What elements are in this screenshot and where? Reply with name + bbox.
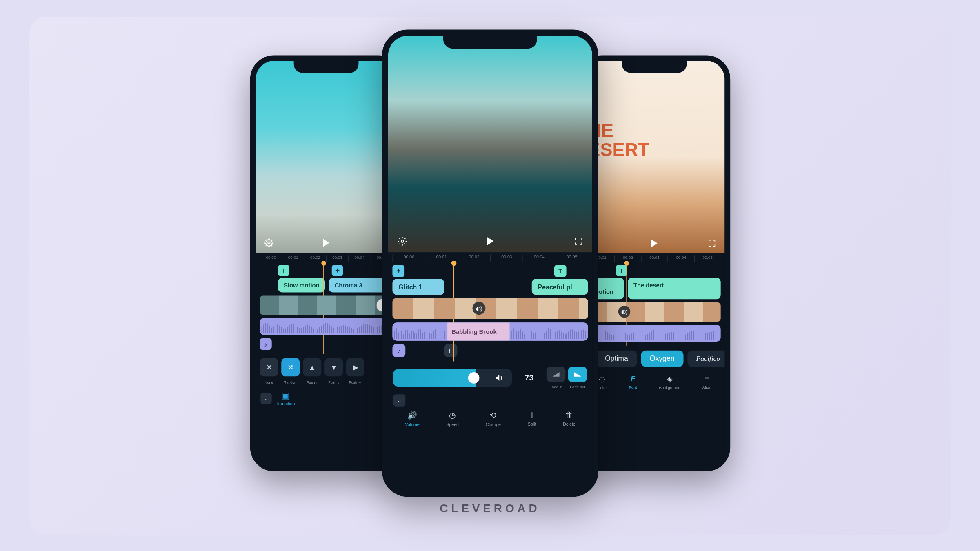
timeline-ruler: 00:0100:0200:0300:0400:05 — [584, 253, 724, 263]
timeline[interactable]: T w motion The desert ◐) — [584, 262, 724, 346]
clip-desert[interactable]: The desert — [628, 278, 720, 299]
clip-peaceful[interactable]: Peaceful pl — [531, 279, 588, 295]
play-icon[interactable] — [323, 239, 329, 247]
tool-font[interactable]: FFont — [629, 375, 637, 389]
play-icon[interactable] — [487, 237, 493, 245]
close-button[interactable]: ✕ — [260, 358, 278, 376]
label-push-left: Push ← — [346, 380, 364, 384]
speaker-icon — [494, 373, 504, 382]
text-layer-icon[interactable]: T — [554, 265, 566, 277]
tool-change[interactable]: ⟲Change — [485, 411, 500, 427]
video-thumbnail-track[interactable]: ⤭ — [260, 295, 392, 315]
background-icon: ◈ — [667, 375, 672, 384]
text-layer-icon[interactable]: T — [616, 265, 627, 276]
notch — [622, 61, 687, 73]
svg-point-1 — [401, 240, 403, 242]
audio-waveform-track[interactable] — [588, 325, 720, 342]
font-oxygen[interactable]: Oxygen — [641, 351, 683, 367]
music-track-icon[interactable]: ♪ — [260, 338, 271, 350]
fade-out-label: Fade out — [568, 385, 587, 389]
change-icon: ⟲ — [490, 411, 496, 420]
fade-out-button[interactable] — [568, 367, 587, 382]
phone-right-fonts: HE ESERT 00:0100:0200:0300:0400:05 — [578, 55, 730, 471]
effect-layer-icon[interactable]: ✦ — [392, 265, 404, 277]
timeline-ruler: 00:0000:0100:0200:0300:0400:05 — [388, 252, 592, 262]
fullscreen-icon[interactable] — [574, 237, 582, 245]
slider-knob[interactable] — [468, 372, 480, 384]
video-thumbnail-track[interactable]: ◐) — [588, 302, 720, 322]
video-preview[interactable] — [388, 36, 592, 252]
notch — [293, 61, 358, 73]
timeline[interactable]: ✦ T Glitch 1 Peaceful pl ◐) Babblin — [388, 262, 592, 362]
audio-tools: 🔊Volume ◷Speed ⟲Change ⦀Split 🗑Delete — [388, 407, 592, 431]
font-pacifico[interactable]: Pacifico — [687, 351, 729, 367]
label-push-down: Push ↓ — [324, 380, 343, 384]
text-tools: ◌Color FFont ◈Background ≡Align — [584, 372, 724, 395]
tool-split[interactable]: ⦀Split — [527, 411, 536, 427]
timeline[interactable]: T ✦ Slow motion Chroma 3 ⤭ ♪ — [256, 262, 396, 354]
tool-color[interactable]: ◌Color — [597, 375, 607, 389]
chevron-down-icon[interactable]: ⌄ — [260, 393, 271, 404]
fullscreen-icon[interactable] — [708, 239, 716, 247]
transition-toolbar: ✕ ⤭ ▲ ▼ ▶ — [256, 354, 396, 380]
gear-icon[interactable] — [264, 238, 273, 247]
link-clip-icon[interactable]: ◐) — [472, 302, 485, 315]
audio-waveform-track[interactable] — [260, 318, 392, 335]
tool-speed[interactable]: ◷Speed — [446, 411, 459, 427]
droplet-icon: ◌ — [599, 375, 605, 384]
transition-push-left[interactable]: ▶ — [346, 358, 364, 376]
transition-tab: ⌄ ▣ Transition — [256, 388, 396, 409]
phone-left-transitions: 00:0000:0100:0200:0300:0400:05 T ✦ Slow … — [250, 55, 402, 471]
tools-chevron-wrap: ⌄ — [388, 394, 592, 407]
tool-align[interactable]: ≡Align — [702, 375, 711, 389]
play-icon[interactable] — [651, 239, 658, 247]
font-picker: ns Optima Oxygen Pacifico — [584, 346, 724, 372]
link-clip-icon[interactable]: ◐) — [618, 306, 630, 318]
volume-icon: 🔊 — [407, 411, 417, 420]
eq-icon[interactable]: ⫼ — [444, 344, 457, 357]
transition-push-down[interactable]: ▼ — [324, 358, 343, 376]
text-layer-icon[interactable]: T — [278, 265, 289, 276]
delete-icon: 🗑 — [565, 411, 573, 420]
label-random: Random — [281, 380, 300, 384]
label-push-up: Push ↑ — [303, 380, 321, 384]
align-icon: ≡ — [704, 375, 709, 383]
volume-value: 73 — [516, 373, 542, 382]
speed-icon: ◷ — [449, 411, 456, 420]
split-icon: ⦀ — [530, 411, 533, 420]
brand-label: CLEVEROAD — [440, 502, 540, 515]
tool-volume[interactable]: 🔊Volume — [405, 411, 419, 427]
tool-delete[interactable]: 🗑Delete — [563, 411, 576, 427]
volume-panel: 73 Fade in Fade out — [388, 362, 592, 395]
fade-in-label: Fade in — [546, 385, 565, 389]
font-icon: F — [631, 375, 635, 383]
clip-glitch[interactable]: Glitch 1 — [392, 279, 444, 295]
audio-clip-label[interactable]: Babbling Brook — [447, 322, 509, 341]
music-track-icon[interactable]: ♪ — [392, 344, 405, 357]
video-thumbnail-track[interactable]: ◐) — [392, 298, 588, 319]
phone-center-volume: 00:0000:0100:0200:0300:0400:05 ✦ T Glitc… — [382, 30, 598, 497]
volume-slider[interactable] — [393, 369, 511, 387]
chevron-down-icon[interactable]: ⌄ — [393, 394, 405, 407]
gear-icon[interactable] — [398, 236, 407, 246]
timeline-ruler: 00:0000:0100:0200:0300:0400:05 — [256, 253, 396, 263]
transition-tab-label: Transition — [276, 401, 295, 406]
notch — [443, 36, 537, 49]
transition-push-up[interactable]: ▲ — [303, 358, 321, 376]
transition-icon[interactable]: ▣ — [281, 391, 289, 401]
tool-background[interactable]: ◈Background — [659, 375, 680, 389]
fade-in-button[interactable] — [546, 367, 565, 382]
video-preview[interactable] — [256, 61, 396, 253]
effect-layer-icon[interactable]: ✦ — [331, 265, 342, 276]
clip-slow-motion[interactable]: Slow motion — [278, 278, 325, 292]
audio-waveform-track[interactable]: Babbling Brook — [392, 322, 588, 341]
svg-point-0 — [268, 242, 270, 244]
video-preview[interactable]: HE ESERT — [584, 61, 724, 253]
transition-random[interactable]: ⤭ — [281, 358, 300, 376]
label-none: None — [260, 380, 278, 384]
font-optima[interactable]: Optima — [596, 351, 637, 367]
